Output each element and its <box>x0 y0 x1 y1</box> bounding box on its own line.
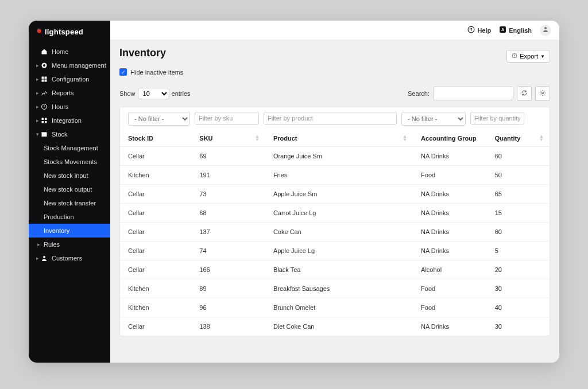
settings-button[interactable] <box>535 86 550 101</box>
cell-product: Fries <box>265 166 413 185</box>
gear-icon <box>539 90 546 98</box>
sidebar-item-new-stock-input[interactable]: New stock input <box>29 169 110 182</box>
sidebar-item-label: Stocks Movements <box>44 158 97 165</box>
user-avatar[interactable] <box>540 25 551 36</box>
stock-icon <box>40 131 48 138</box>
filter-qty-input[interactable] <box>470 112 524 125</box>
refresh-button[interactable] <box>517 86 532 101</box>
sidebar-item-hours[interactable]: ▸Hours <box>29 100 110 114</box>
search-input[interactable] <box>433 87 513 100</box>
sidebar-item-label: Reports <box>52 90 74 96</box>
show-prefix: Show <box>119 90 136 97</box>
export-button[interactable]: Export ▼ <box>506 50 550 63</box>
cell-acct: NA Drinks <box>413 242 487 260</box>
cell-sku: 73 <box>191 185 265 204</box>
sidebar: lightspeed Home▸Menu management▸Configur… <box>29 21 110 363</box>
sidebar-item-label: Inventory <box>44 227 69 234</box>
sort-icon: ▲▼ <box>539 135 544 142</box>
svg-rect-7 <box>42 118 44 120</box>
col-stock[interactable]: Stock ID <box>120 130 191 147</box>
table-row[interactable]: Cellar74Apple Juice LgNA Drinks5 <box>120 242 550 260</box>
svg-point-1 <box>43 64 45 67</box>
filter-stock-select[interactable]: - No filter - <box>128 112 190 126</box>
hide-inactive-checkbox[interactable]: ✓ <box>119 68 127 76</box>
table-row[interactable]: Kitchen191FriesFood50 <box>120 166 550 185</box>
sidebar-item-configuration[interactable]: ▸Configuration <box>29 72 110 86</box>
sidebar-item-customers[interactable]: ▸Customers <box>29 251 110 265</box>
sidebar-item-stock-management[interactable]: Stock Management <box>29 141 110 155</box>
cell-product: Diet Coke Can <box>265 317 413 336</box>
cell-stock: Cellar <box>120 242 191 260</box>
topbar: ? Help A English <box>110 21 559 40</box>
sidebar-item-inventory[interactable]: Inventory <box>29 224 110 238</box>
table-row[interactable]: Cellar138Diet Coke CanNA Drinks30 <box>120 317 550 336</box>
sidebar-item-new-stock-transfer[interactable]: New stock transfer <box>29 196 110 210</box>
main: ? Help A English Inventory <box>110 21 559 363</box>
search-group: Search: <box>408 86 550 101</box>
cell-qty: 5 <box>487 242 550 260</box>
sidebar-item-rules[interactable]: ▸Rules <box>29 238 110 251</box>
svg-text:A: A <box>501 28 504 32</box>
cell-acct: NA Drinks <box>413 223 487 242</box>
table-row[interactable]: Kitchen89Breakfast SausagesFood30 <box>120 279 550 298</box>
cell-sku: 89 <box>191 279 265 298</box>
cell-sku: 191 <box>191 166 265 185</box>
show-entries-select[interactable]: 10 <box>138 88 169 99</box>
table-row[interactable]: Cellar68Carrot Juice LgNA Drinks15 <box>120 204 550 223</box>
inventory-table: Stock ID SKU▲▼ Product▲▼ Accounting Grou… <box>120 130 550 336</box>
cell-acct: NA Drinks <box>413 317 487 336</box>
table-row[interactable]: Kitchen96Brunch OmeletFood40 <box>120 298 550 317</box>
col-product[interactable]: Product▲▼ <box>265 130 413 147</box>
integration-icon <box>40 117 48 124</box>
cell-stock: Cellar <box>120 185 191 204</box>
cell-acct: NA Drinks <box>413 204 487 223</box>
chevron-right-icon: ▸ <box>37 242 40 247</box>
col-acct[interactable]: Accounting Group <box>413 130 487 147</box>
table-row[interactable]: Cellar166Black TeaAlcohol20 <box>120 260 550 279</box>
sidebar-item-label: Rules <box>44 241 60 248</box>
chevron-right-icon: ▸ <box>36 118 39 123</box>
svg-rect-2 <box>42 77 44 79</box>
cell-qty: 30 <box>487 317 550 336</box>
table-row[interactable]: Cellar73Apple Juice SmNA Drinks65 <box>120 185 550 204</box>
customers-icon <box>40 255 48 262</box>
col-sku[interactable]: SKU▲▼ <box>191 130 265 147</box>
sidebar-item-reports[interactable]: ▸Reports <box>29 86 110 100</box>
caret-down-icon: ▼ <box>540 54 545 59</box>
cell-qty: 40 <box>487 298 550 317</box>
filter-row: - No filter - - No filter - <box>120 107 550 130</box>
sidebar-item-production[interactable]: Production <box>29 210 110 224</box>
svg-rect-4 <box>42 80 44 82</box>
col-qty[interactable]: Quantity▲▼ <box>487 130 550 147</box>
language-label: English <box>509 27 532 34</box>
filter-sku-input[interactable] <box>195 112 259 125</box>
content: Inventory Export ▼ ✓ Hide inactive items… <box>110 40 559 363</box>
svg-rect-10 <box>45 121 47 123</box>
filter-product-input[interactable] <box>264 112 397 125</box>
table-row[interactable]: Cellar69Orange Juice SmNA Drinks60 <box>120 147 550 166</box>
sidebar-item-label: Stock <box>52 131 68 138</box>
sidebar-item-new-stock-output[interactable]: New stock output <box>29 182 110 196</box>
cell-product: Black Tea <box>265 260 413 279</box>
sidebar-item-label: Configuration <box>52 76 89 83</box>
sidebar-item-home[interactable]: Home <box>29 45 110 59</box>
help-link[interactable]: ? Help <box>467 26 491 34</box>
language-selector[interactable]: A English <box>499 26 532 34</box>
refresh-icon <box>521 90 528 98</box>
cell-sku: 68 <box>191 204 265 223</box>
table-row[interactable]: Cellar137Coke CanNA Drinks60 <box>120 223 550 242</box>
cell-product: Brunch Omelet <box>265 298 413 317</box>
sidebar-item-stocks-movements[interactable]: Stocks Movements <box>29 155 110 169</box>
sidebar-item-stock[interactable]: ▾Stock <box>29 127 110 141</box>
filter-acct-select[interactable]: - No filter - <box>401 112 466 126</box>
cell-product: Breakfast Sausages <box>265 279 413 298</box>
cell-acct: NA Drinks <box>413 185 487 204</box>
sidebar-item-integration[interactable]: ▸Integration <box>29 114 110 127</box>
cell-sku: 166 <box>191 260 265 279</box>
app-window: lightspeed Home▸Menu management▸Configur… <box>29 21 559 363</box>
sort-icon: ▲▼ <box>403 135 407 142</box>
table-header-row: Stock ID SKU▲▼ Product▲▼ Accounting Grou… <box>120 130 550 147</box>
sidebar-item-menu-management[interactable]: ▸Menu management <box>29 59 110 72</box>
cell-stock: Cellar <box>120 204 191 223</box>
cell-acct: NA Drinks <box>413 147 487 166</box>
